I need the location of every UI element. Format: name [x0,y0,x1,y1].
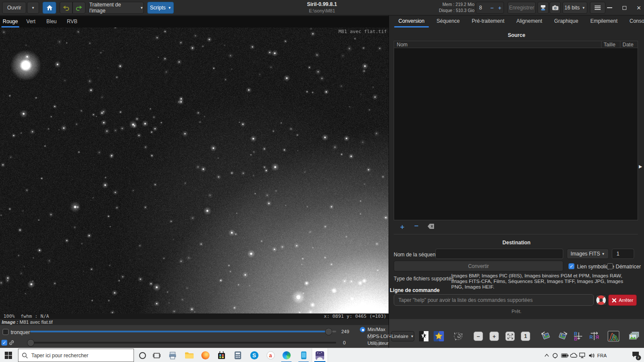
minmax-radio[interactable] [360,327,365,332]
tab-console[interactable]: Console [623,16,644,27]
remove-files-button[interactable]: − [413,222,420,230]
taskbar-search[interactable]: Taper ici pour rechercher [18,349,134,362]
mirror-y-button[interactable]: R R [588,330,600,342]
taskbar-app-yourphone[interactable] [296,348,311,362]
taskbar-app-store[interactable] [214,348,229,362]
convert-button[interactable]: Convertir [394,261,563,271]
tab-conversion[interactable]: Conversion [392,16,431,27]
hi-slider-handle[interactable] [325,328,332,335]
taskbar-app-a[interactable]: a [263,348,278,362]
truncate-checkbox[interactable] [3,329,9,335]
scripts-menu-button[interactable]: Scripts ▼ [147,2,174,14]
redo-button[interactable] [73,2,85,14]
column-nom[interactable]: Nom [394,41,601,48]
debayer-checkbox[interactable] [607,263,613,269]
lo-slider-track[interactable] [30,342,336,344]
taskbar-app-edge[interactable] [279,348,294,362]
source-title: Source [389,32,644,38]
tab-alignement[interactable]: Alignement [510,16,548,27]
taskbar-app-firefox[interactable] [198,348,213,362]
stop-x-icon [612,298,617,303]
zoom-in-button[interactable]: + [488,330,500,342]
column-taille[interactable]: Taille [601,41,620,48]
clear-list-button[interactable] [428,223,434,231]
chevron-down-icon: ▼ [140,6,143,10]
save-button[interactable]: Enregistrer [507,2,536,14]
zoom-fit-button[interactable] [504,330,516,342]
image-name: M81 avec flat.tif [20,319,53,325]
spinner-plus-button[interactable]: + [496,5,504,11]
chevron-up-icon [544,354,549,357]
taskbar-app-calculator[interactable] [231,348,245,362]
action-center-button[interactable]: 7 [629,348,642,362]
taskbar-app-explorer[interactable] [182,348,196,362]
network-icon [579,353,586,358]
zoom-out-button[interactable]: − [472,330,484,342]
image-list-button[interactable] [628,330,640,342]
tab-rouge[interactable]: Rouge [0,16,21,27]
symlink-checkbox[interactable]: ✓ [568,263,574,269]
siril-window: Ouvrir ▼ Traitement de l'image ▼ [0,0,644,362]
sequence-name-field[interactable] [435,249,563,259]
open-button[interactable]: Ouvrir [2,2,26,14]
start-index-spinner[interactable]: 1 [612,249,634,259]
start-button[interactable] [1,348,15,362]
tab-empilement[interactable]: Empilement [584,16,623,27]
task-view-button[interactable] [149,348,164,362]
scale-mode-dropdown[interactable]: Linéaire ▼ [391,331,414,341]
zoom-spinner[interactable]: 8 − + [476,2,504,14]
home-button[interactable] [43,2,56,14]
tab-rvb[interactable]: RVB [62,16,82,27]
rotate-right-button[interactable] [556,330,568,342]
column-date[interactable]: Date [620,41,638,48]
cortana-button[interactable] [135,348,150,362]
image-name-row: Image : M81 avec flat.tif [0,319,389,325]
star-detection-button[interactable] [433,330,445,342]
add-files-button[interactable]: + [398,223,406,231]
negative-view-button[interactable] [418,330,430,342]
skype-icon: S [250,351,258,359]
rotate-left-button[interactable] [540,330,552,342]
tab-bleu[interactable]: Bleu [41,16,62,27]
sequence-name-input[interactable] [436,249,563,259]
taskbar-app-skype[interactable]: S [247,348,261,362]
image-statusbar: 100% fwhm : N/A x: 0891 y: 0465 (=103) [0,313,389,319]
link-sliders-checkbox[interactable]: ✓ [1,340,7,346]
image-canvas-area[interactable]: M81 avec flat.tif [0,27,389,313]
spinner-minus-button[interactable]: − [488,5,496,11]
tray-language[interactable]: FRA [595,348,608,362]
panel-expander-arrow[interactable]: ▶ [639,163,643,170]
taskbar-app-printer[interactable] [165,348,180,362]
bitdepth-dropdown[interactable]: 16 bits ▼ [562,2,587,14]
tray-update-icon[interactable] [550,348,560,362]
taskbar-app-siril-active[interactable] [312,348,328,362]
mirror-x-button[interactable]: R B [572,330,584,342]
undo-button[interactable] [60,2,73,14]
home-icon [46,5,53,11]
zoom-100-button[interactable]: 1 [519,330,532,342]
header-bar: Ouvrir ▼ Traitement de l'image ▼ [0,0,644,15]
tray-chevron[interactable] [542,348,551,362]
tab-pretraitement[interactable]: Pré-traitement [466,16,510,27]
debayer-label: Dématricer [616,264,641,270]
histogram-button[interactable] [608,330,620,342]
tab-graphique[interactable]: Graphique [548,16,584,27]
command-help-button[interactable] [595,295,607,306]
tab-vert[interactable]: Vert [21,16,41,27]
astro-image[interactable] [0,27,389,313]
image-processing-menu-button[interactable]: Traitement de l'image ▼ [89,2,144,14]
source-file-list[interactable] [394,48,638,220]
zoom-in-icon: + [489,332,499,341]
tab-sequence[interactable]: Séquence [431,16,466,27]
snapshot-button[interactable] [550,2,561,14]
lo-slider-handle[interactable] [27,339,34,347]
stop-button[interactable]: Arrêter [608,295,637,306]
background-extraction-button[interactable] [452,330,464,342]
format-dropdown[interactable]: Images FITS ▼ [567,249,609,259]
close-button[interactable]: ✕ [629,0,644,15]
cursor-readout: x: 0891 y: 0465 (=103) [324,313,386,319]
open-dropdown-button[interactable]: ▼ [27,2,39,14]
command-input[interactable] [394,294,594,306]
hi-slider-track[interactable] [30,331,328,332]
save-as-button[interactable] [538,2,549,14]
